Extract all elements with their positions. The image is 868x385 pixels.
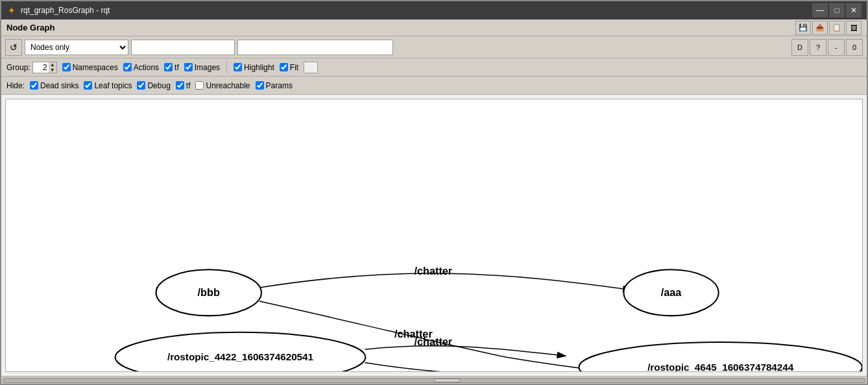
zero-button[interactable]: 0 xyxy=(846,39,863,56)
maximize-button[interactable]: □ xyxy=(829,3,845,18)
graph-svg: /chatter /chatter /chatter /chatter /bbb… xyxy=(6,99,862,371)
refresh-button[interactable]: ↺ xyxy=(5,39,22,56)
edge-4 xyxy=(365,362,572,371)
debug-label: Debug xyxy=(137,81,170,90)
close-button[interactable]: ✕ xyxy=(846,3,862,18)
params-label: Params xyxy=(256,81,293,90)
separator xyxy=(226,61,227,74)
actions-checkbox[interactable] xyxy=(123,63,132,71)
filter-input[interactable] xyxy=(237,40,393,55)
leaf-topics-label: Leaf topics xyxy=(84,81,132,90)
unreachable-checkbox[interactable] xyxy=(195,81,204,90)
unreachable-label: Unreachable xyxy=(195,81,250,90)
dead-sinks-checkbox[interactable] xyxy=(30,81,38,90)
panel-title: Node Graph xyxy=(6,23,54,32)
scrollbar-thumb[interactable] xyxy=(434,379,460,382)
node-bbb-label: /bbb xyxy=(198,286,220,298)
edge-label-3: /chatter xyxy=(415,336,453,347)
images-checkbox[interactable] xyxy=(184,63,193,71)
window-controls: — □ ✕ xyxy=(812,3,862,18)
hide-label: Hide: xyxy=(6,81,25,90)
node-rostopic-src-label: /rostopic_4422_1606374620541 xyxy=(167,351,314,362)
actions-checkbox-label: Actions xyxy=(123,63,159,72)
highlight-checkbox[interactable] xyxy=(234,63,242,71)
group-spinbox[interactable]: ▲ ▼ xyxy=(32,62,57,73)
d-button[interactable]: D xyxy=(791,39,808,56)
spinbox-up[interactable]: ▲ xyxy=(49,62,56,68)
view-mode-dropdown[interactable]: Nodes only Nodes/Topics (all) Nodes/Topi… xyxy=(25,40,128,55)
hide-tf-label: tf xyxy=(176,81,191,90)
toolbar: ↺ Nodes only Nodes/Topics (all) Nodes/To… xyxy=(1,36,867,58)
graph-canvas[interactable]: /chatter /chatter /chatter /chatter /bbb… xyxy=(5,99,863,372)
fit-checkbox[interactable] xyxy=(280,63,288,71)
screenshot-button[interactable]: 🖼 xyxy=(846,21,862,35)
group-label: Group: ▲ ▼ xyxy=(6,62,57,73)
minimize-button[interactable]: — xyxy=(812,3,828,18)
window-title: rqt_graph_RosGraph - rqt xyxy=(21,6,110,15)
spinbox-down[interactable]: ▼ xyxy=(49,68,56,73)
title-bar-left: ✦ rqt_graph_RosGraph - rqt xyxy=(6,5,110,16)
color-picker[interactable] xyxy=(304,62,318,73)
scrollbar-horizontal[interactable] xyxy=(1,376,867,384)
panel-header: Node Graph 💾 📤 📋 🖼 xyxy=(1,19,867,36)
edge-label-1: /chatter xyxy=(415,265,453,277)
title-bar: ✦ rqt_graph_RosGraph - rqt — □ ✕ xyxy=(1,1,867,19)
leaf-topics-checkbox[interactable] xyxy=(84,81,92,90)
panel-actions: 💾 📤 📋 🖼 xyxy=(795,21,862,35)
options-bar: Group: ▲ ▼ Namespaces Actions tf Images xyxy=(1,58,867,77)
namespaces-checkbox-label: Namespaces xyxy=(62,63,118,72)
export-button[interactable]: 📤 xyxy=(812,21,828,35)
hide-bar: Hide: Dead sinks Leaf topics Debug tf Un… xyxy=(1,77,867,95)
highlight-checkbox-label: Highlight xyxy=(234,63,274,72)
dead-sinks-label: Dead sinks xyxy=(30,81,78,90)
namespaces-checkbox[interactable] xyxy=(62,63,71,71)
save-button[interactable]: 💾 xyxy=(795,21,811,35)
tf-checkbox-label: tf xyxy=(164,63,179,72)
params-checkbox[interactable] xyxy=(256,81,264,90)
fit-checkbox-label: Fit xyxy=(280,63,298,72)
copy-button[interactable]: 📋 xyxy=(829,21,845,35)
tf-checkbox[interactable] xyxy=(164,63,173,71)
app-icon: ✦ xyxy=(6,5,17,16)
group-input[interactable] xyxy=(33,62,49,73)
node-rostopic-dst-label: /rostopic_4645_1606374784244 xyxy=(647,362,794,371)
main-window: ✦ rqt_graph_RosGraph - rqt — □ ✕ Node Gr… xyxy=(0,0,868,385)
hide-tf-checkbox[interactable] xyxy=(176,81,184,90)
images-checkbox-label: Images xyxy=(184,63,220,72)
toolbar-right-buttons: D ? - 0 xyxy=(791,39,863,56)
debug-checkbox[interactable] xyxy=(137,81,145,90)
edge-3 xyxy=(365,346,566,356)
node-aaa-label: /aaa xyxy=(661,286,682,298)
separator-button[interactable]: - xyxy=(828,39,845,56)
help-button[interactable]: ? xyxy=(810,39,826,56)
scrollbar-track xyxy=(3,378,865,383)
search-input[interactable] xyxy=(131,40,235,55)
